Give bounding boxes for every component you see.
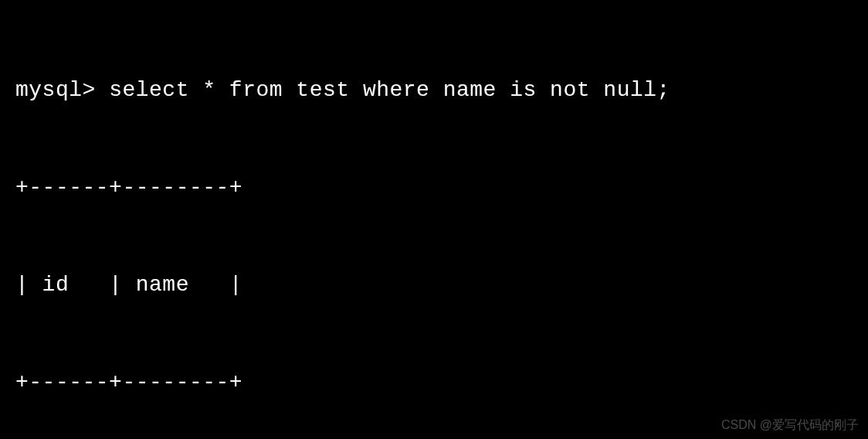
terminal-output: mysql> select * from test where name is … [15,9,853,439]
table-border-top: +------+--------+ [15,172,853,204]
table-border-mid: +------+--------+ [15,366,853,399]
table-header: | id | name | [15,269,853,301]
sql-query: select * from test where name is not nul… [109,78,670,102]
mysql-prompt: mysql> [15,78,109,102]
query-line: mysql> select * from test where name is … [15,74,853,107]
watermark: CSDN @爱写代码的刚子 [721,416,859,434]
